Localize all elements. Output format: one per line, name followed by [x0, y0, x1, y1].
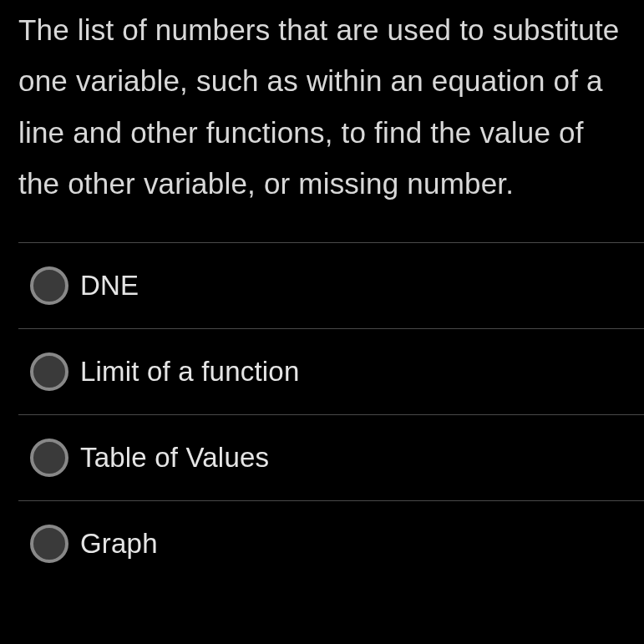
radio-icon [30, 525, 68, 563]
options-container: DNE Limit of a function Table of Values … [0, 242, 644, 586]
option-row-1[interactable]: Limit of a function [18, 328, 644, 414]
option-row-2[interactable]: Table of Values [18, 414, 644, 500]
radio-icon [30, 439, 68, 477]
radio-icon [30, 352, 68, 391]
radio-icon [30, 266, 68, 305]
option-row-0[interactable]: DNE [18, 242, 644, 328]
quiz-question-container: The list of numbers that are used to sub… [0, 0, 644, 586]
option-row-3[interactable]: Graph [18, 500, 644, 586]
option-label: Limit of a function [80, 356, 299, 388]
option-label: Table of Values [80, 442, 269, 474]
option-label: DNE [80, 270, 139, 302]
question-text: The list of numbers that are used to sub… [0, 0, 644, 242]
option-label: Graph [80, 528, 158, 560]
